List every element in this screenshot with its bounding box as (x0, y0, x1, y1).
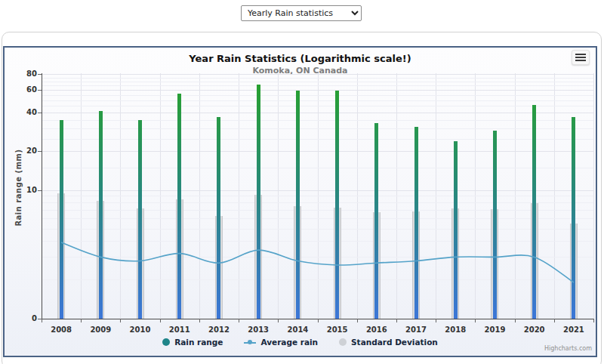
bar-rain-range-2018[interactable] (454, 141, 458, 319)
y-axis-line (42, 73, 42, 319)
x-gridline (593, 73, 594, 319)
x-axis-label: 2016 (357, 325, 396, 334)
y-gridline (42, 74, 593, 75)
y-minor-gridline (42, 218, 593, 219)
x-axis-label: 2019 (475, 325, 514, 334)
y-gridline (42, 113, 593, 113)
x-axis-label: 2010 (121, 325, 160, 334)
bar-rain-range-2019[interactable] (493, 131, 497, 319)
y-minor-gridline (42, 85, 593, 86)
x-axis-tick (357, 319, 358, 322)
highcharts-container: Year Rain Statistics (Logarithmic scale!… (3, 46, 597, 357)
bar-rain-range-2020[interactable] (532, 105, 536, 319)
y-minor-gridline (42, 128, 593, 129)
y-axis-label: 0 (11, 314, 37, 322)
y-minor-gridline (42, 210, 593, 211)
y-minor-gridline (42, 139, 593, 140)
y-axis-tick (38, 90, 42, 91)
bar-rain-range-2010[interactable] (138, 120, 142, 319)
chart-context-menu-button[interactable] (572, 50, 590, 65)
y-axis-label: 40 (11, 108, 37, 116)
legend-item-average-rain[interactable]: Average rain (244, 338, 318, 347)
x-axis-label: 2021 (554, 325, 593, 334)
x-axis-label: 2011 (160, 325, 199, 334)
y-minor-gridline (42, 229, 593, 230)
page: Yearly Rain statistics Year Rain Statist… (0, 0, 604, 364)
y-minor-gridline (42, 279, 593, 280)
x-axis-label: 2012 (199, 325, 239, 334)
legend-item-standard-deviation[interactable]: Standard Deviation (339, 338, 438, 347)
chart-card: Year Rain Statistics (Logarithmic scale!… (2, 32, 602, 364)
hamburger-menu-icon (575, 54, 586, 55)
legend-label: Average rain (260, 338, 318, 347)
x-axis-tick (239, 319, 239, 322)
x-axis-tick (436, 319, 436, 322)
y-minor-gridline (42, 241, 593, 242)
bar-rain-range-2014[interactable] (296, 91, 300, 319)
y-axis-tick (38, 113, 42, 113)
x-axis-label: 2015 (318, 325, 357, 334)
y-axis-tick (38, 74, 42, 75)
y-axis-label: 80 (11, 69, 37, 78)
x-axis-tick (199, 319, 200, 322)
bar-rain-range-2021[interactable] (572, 117, 575, 319)
x-axis-tick (475, 319, 476, 322)
y-minor-gridline (42, 78, 593, 79)
legend-item-rain-range[interactable]: Rain range (162, 338, 223, 347)
hamburger-menu-icon (575, 60, 586, 61)
y-axis-title: Rain range (mm) (14, 128, 23, 248)
x-axis-label: 2020 (515, 325, 554, 334)
x-axis-label: 2008 (42, 325, 81, 334)
x-axis-label: 2017 (396, 325, 436, 334)
bar-rain-range-2016[interactable] (374, 123, 378, 319)
x-axis-tick (160, 319, 161, 322)
bar-rain-range-2017[interactable] (414, 127, 418, 319)
x-axis-tick (120, 319, 121, 322)
x-axis-label: 2013 (239, 325, 278, 334)
bar-rain-range-2009[interactable] (99, 111, 103, 319)
y-gridline (42, 151, 593, 152)
chart-title: Year Rain Statistics (Logarithmic scale!… (5, 53, 596, 64)
y-minor-gridline (42, 196, 593, 196)
y-minor-gridline (42, 202, 593, 203)
legend-label: Rain range (174, 338, 223, 347)
y-minor-gridline (42, 95, 593, 96)
legend: Rain rangeAverage rainStandard Deviation (5, 338, 596, 347)
x-axis-tick (396, 319, 397, 322)
y-axis-tick (38, 190, 42, 191)
x-axis-label: 2014 (278, 325, 317, 334)
y-axis-label: 60 (11, 85, 37, 94)
y-minor-gridline (42, 168, 593, 168)
y-minor-gridline (42, 257, 593, 258)
y-minor-gridline (42, 106, 593, 106)
x-axis-tick (42, 319, 42, 322)
x-axis-tick (593, 319, 594, 322)
highcharts-credit[interactable]: Highcharts.com (544, 345, 592, 352)
x-axis-tick (278, 319, 279, 322)
x-axis-tick (554, 319, 555, 322)
y-axis-tick (38, 151, 42, 152)
x-axis-tick (81, 319, 82, 322)
report-select[interactable]: Yearly Rain statistics (241, 5, 362, 21)
bar-rain-range-2012[interactable] (217, 117, 220, 319)
x-axis-label: 2018 (436, 325, 475, 334)
legend-circle-icon (162, 338, 170, 346)
bar-rain-range-2015[interactable] (335, 91, 339, 319)
bar-rain-range-2008[interactable] (60, 120, 63, 319)
y-minor-gridline (42, 82, 593, 82)
y-minor-gridline (42, 100, 593, 101)
y-gridline (42, 190, 593, 191)
bar-rain-range-2013[interactable] (257, 85, 260, 319)
y-minor-gridline (42, 120, 593, 121)
legend-circle-icon (339, 338, 347, 346)
x-axis-tick (515, 319, 516, 322)
legend-label: Standard Deviation (351, 338, 438, 347)
y-gridline (42, 90, 593, 91)
hamburger-menu-icon (575, 57, 586, 58)
x-axis-label: 2009 (81, 325, 120, 334)
legend-line-icon (244, 338, 256, 346)
x-axis-tick (318, 319, 319, 322)
bar-rain-range-2011[interactable] (177, 94, 181, 319)
chart-inner: Year Rain Statistics (Logarithmic scale!… (5, 48, 596, 356)
